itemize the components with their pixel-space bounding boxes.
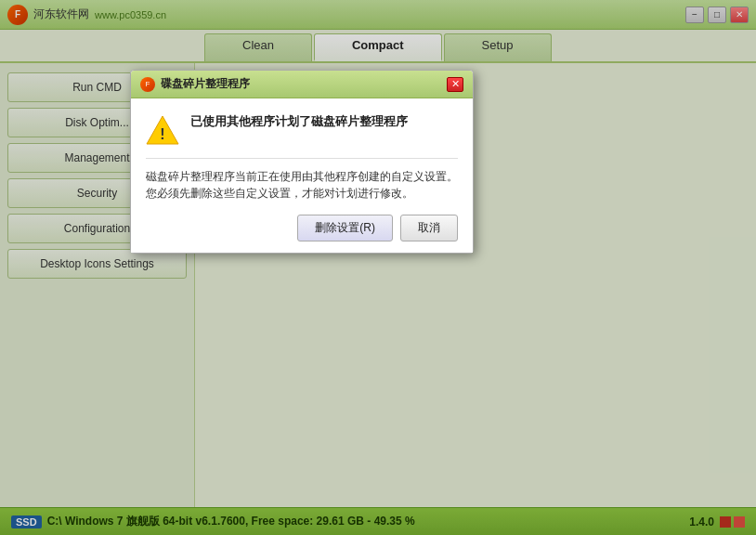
dialog: F 碟盘碎片整理程序 ✕ ! 已使用其他程序计划了磁盘碎片整理程序 xyxy=(130,70,474,254)
dialog-buttons: 删除设置(R) 取消 xyxy=(146,215,458,241)
dialog-title-left: F 碟盘碎片整理程序 xyxy=(140,76,250,92)
warning-triangle-svg: ! xyxy=(146,113,179,147)
dialog-description: 磁盘碎片整理程序当前正在使用由其他程序创建的自定义设置。您必须先删除这些自定义设… xyxy=(146,158,458,202)
dialog-overlay: F 碟盘碎片整理程序 ✕ ! 已使用其他程序计划了磁盘碎片整理程序 xyxy=(0,0,756,535)
dialog-main-title: 已使用其他程序计划了磁盘碎片整理程序 xyxy=(190,113,408,130)
dialog-title-bar: F 碟盘碎片整理程序 ✕ xyxy=(131,71,473,98)
dialog-cancel-button[interactable]: 取消 xyxy=(400,215,458,241)
dialog-close-button[interactable]: ✕ xyxy=(447,77,463,92)
dialog-header-row: ! 已使用其他程序计划了磁盘碎片整理程序 xyxy=(146,113,458,147)
warning-icon: ! xyxy=(146,113,179,147)
dialog-title-icon: F xyxy=(140,77,155,92)
dialog-body: ! 已使用其他程序计划了磁盘碎片整理程序 磁盘碎片整理程序当前正在使用由其他程序… xyxy=(131,98,473,253)
svg-text:!: ! xyxy=(160,126,164,142)
dialog-delete-button[interactable]: 删除设置(R) xyxy=(297,215,393,241)
dialog-title-text: 碟盘碎片整理程序 xyxy=(161,76,250,92)
